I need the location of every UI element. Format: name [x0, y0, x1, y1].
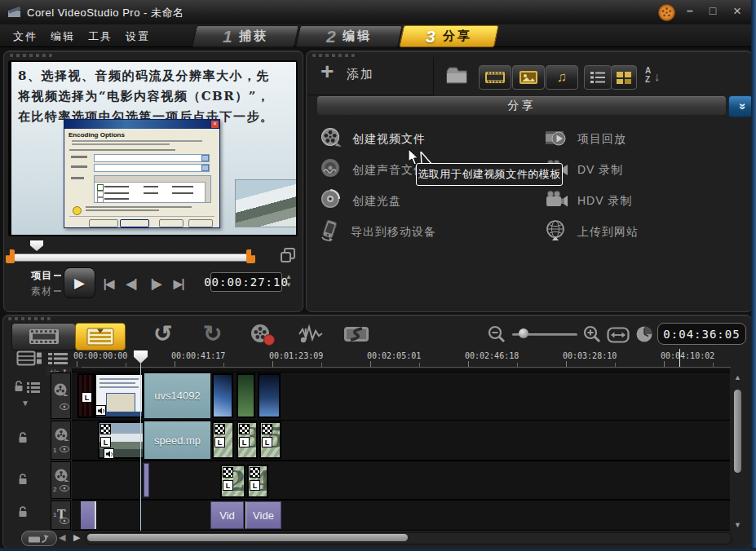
zoom-slider[interactable]	[512, 332, 577, 337]
dialog-close-icon: ×	[211, 121, 219, 128]
option-project-playback[interactable]: 项目回放	[545, 127, 626, 152]
overlay1-track-header[interactable]: 1	[51, 421, 71, 460]
dialog-heading: Encoding Options	[69, 131, 125, 139]
undo-button[interactable]: ↺	[153, 320, 172, 347]
video-clip-main[interactable]: uvs14092	[144, 373, 210, 418]
window-edge-bottom	[0, 548, 756, 551]
app-window: Corel VideoStudio Pro - 未命名 – □ × 文件 编辑 …	[0, 0, 756, 551]
scroll-down-arrow[interactable]: ▼	[734, 521, 741, 529]
video-track-header[interactable]	[51, 372, 71, 419]
show-videos-button[interactable]	[479, 65, 511, 90]
menu-tools[interactable]: 工具	[88, 29, 113, 44]
ruler-label: 00:01:23:09	[269, 351, 323, 360]
scroll-left-arrow[interactable]: ◀	[59, 532, 65, 543]
link-badge: L	[239, 437, 250, 447]
thumbnail-view-button[interactable]	[611, 65, 637, 90]
zoom-out-icon[interactable]	[487, 325, 506, 346]
title-clip-a[interactable]: Vid	[210, 501, 244, 529]
redo-button[interactable]: ↻	[203, 320, 222, 347]
video-clip-4[interactable]	[258, 373, 281, 418]
show-photos-button[interactable]	[512, 65, 545, 90]
overlay2-clip-sliver[interactable]	[144, 463, 149, 497]
timeline-ruler[interactable]: 00:00:00:00 00:00:41:17 00:01:23:09 00:0…	[72, 349, 731, 368]
tab-capture[interactable]: 1 捕获	[192, 25, 299, 47]
slide-dialog-image: × Encoding Options	[64, 119, 220, 228]
next-frame-button[interactable]: |▶	[145, 277, 166, 290]
timeline-view-button[interactable]	[75, 323, 126, 350]
video-clip-2[interactable]	[212, 373, 233, 418]
ruler-label: 00:00:00:00	[73, 351, 127, 360]
option-export-mobile[interactable]: 导出到移动设备	[320, 220, 436, 245]
list-view-button[interactable]	[584, 65, 612, 90]
minimize-button[interactable]: –	[681, 4, 699, 17]
transition-badge	[223, 467, 233, 478]
gutter-expand-icon[interactable]: ▼	[21, 399, 29, 408]
storyboard-view-button[interactable]	[11, 323, 76, 350]
playhead-line[interactable]	[140, 364, 141, 531]
menu-settings[interactable]: 设置	[126, 29, 150, 44]
close-button[interactable]: ×	[728, 3, 746, 20]
corel-guide-icon[interactable]	[658, 4, 675, 24]
menu-file[interactable]: 文件	[13, 29, 38, 44]
sound-mixer-icon[interactable]	[296, 323, 325, 349]
option-create-video[interactable]: 创建视频文件	[320, 127, 426, 152]
maximize-button[interactable]: □	[704, 4, 722, 17]
collapse-panel-button[interactable]: «	[728, 95, 753, 117]
timecode-spinner[interactable]: ▲ ▼	[284, 272, 294, 290]
overlay-clip-main[interactable]: speed.mp	[144, 421, 210, 459]
ruler-label: 00:04:10:02	[661, 351, 714, 360]
sort-button[interactable]: A Z ↓	[643, 65, 667, 88]
title-clip-b[interactable]: Vide	[245, 501, 281, 529]
play-button[interactable]: ▶	[64, 267, 95, 298]
record-capture-icon[interactable]	[249, 323, 276, 350]
option-hdv-record[interactable]: HDV 录制	[545, 189, 632, 214]
enlarge-preview-icon[interactable]	[280, 247, 296, 267]
scroll-up-arrow[interactable]: ▲	[734, 373, 741, 381]
overlay2-lock-icon[interactable]	[18, 474, 29, 488]
track-manager-icon[interactable]	[16, 350, 42, 369]
add-button[interactable]: + 添加	[307, 57, 434, 95]
tab-edit[interactable]: 2 编辑	[295, 25, 403, 47]
chapter-cue-icon[interactable]	[47, 352, 69, 368]
prev-frame-button[interactable]: ◀|	[121, 277, 142, 290]
scroll-timeline-toggle[interactable]	[21, 531, 57, 546]
audio-badge	[104, 448, 114, 459]
mode-project-label[interactable]: 项目	[31, 269, 52, 283]
link-badge: L	[100, 437, 111, 447]
timeline-timecode[interactable]: 0:04:36:05	[657, 323, 746, 345]
title-track-header[interactable]: 1 T	[51, 500, 71, 530]
preview-scrub-bar[interactable]	[13, 253, 250, 262]
mode-clip-label[interactable]: 素材	[31, 284, 52, 298]
option-upload-web[interactable]: 上传到网站	[545, 220, 639, 245]
show-audio-button[interactable]: ♫	[546, 65, 578, 90]
option-create-disc[interactable]: 创建光盘	[320, 189, 401, 214]
end-button[interactable]: ▶|	[168, 277, 189, 290]
tab-share[interactable]: 3 分享	[399, 25, 499, 47]
browse-folder-icon[interactable]	[445, 65, 470, 90]
preview-timecode[interactable]: 00:00:27:10	[210, 272, 282, 292]
title-clip-small[interactable]	[81, 501, 96, 529]
slide-text-line: 将视频选择为“电影内容视频（CBR）”，	[18, 89, 270, 104]
transition-badge	[262, 424, 272, 434]
home-button[interactable]: |◀	[98, 277, 119, 290]
tracks-scrollbar-horizontal[interactable]	[85, 532, 732, 544]
zoom-slider-knob[interactable]	[519, 328, 528, 338]
title-lock-icon[interactable]	[18, 506, 29, 521]
scroll-thumb-horizontal[interactable]	[87, 534, 408, 541]
ruler-label: 00:02:46:18	[465, 351, 519, 360]
project-duration-icon[interactable]	[635, 325, 655, 348]
overlay1-lock-icon[interactable]	[18, 432, 29, 447]
cd-icon	[320, 188, 343, 214]
eye-icon	[60, 518, 69, 524]
overlay2-track-header[interactable]: 2	[51, 461, 71, 499]
instant-project-icon[interactable]	[343, 324, 372, 348]
zoom-in-icon[interactable]	[582, 325, 602, 346]
scroll-right-arrow[interactable]: ▶	[73, 532, 80, 543]
scroll-thumb-vertical[interactable]	[734, 390, 741, 473]
video-clip-3[interactable]	[237, 373, 255, 418]
menu-edit[interactable]: 编辑	[51, 29, 75, 44]
ripple-lock-icon[interactable]	[14, 381, 24, 395]
ripple-edit-icon[interactable]	[27, 381, 40, 396]
tracks-scrollbar-vertical[interactable]: ▲ ▼	[732, 372, 745, 531]
fit-project-icon[interactable]	[607, 327, 630, 346]
